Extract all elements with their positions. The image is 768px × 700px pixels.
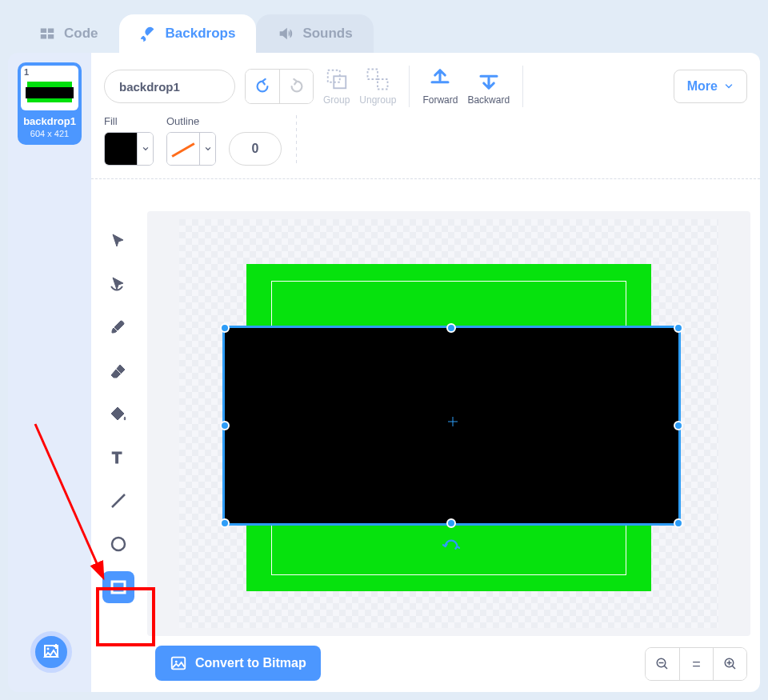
selection-handle-nw[interactable] [220, 323, 230, 333]
separator [296, 115, 297, 166]
brush-icon [140, 25, 158, 42]
tool-column: T [101, 226, 136, 603]
line-tool[interactable] [102, 485, 134, 517]
redo-button[interactable] [279, 70, 313, 103]
group-icon [325, 67, 349, 91]
outline-label: Outline [166, 115, 216, 127]
undo-redo-group [245, 69, 314, 104]
separator [409, 66, 410, 107]
forward-icon [428, 67, 452, 91]
thumbnail-number: 1 [24, 67, 29, 77]
selection-handle-sw[interactable] [220, 518, 230, 528]
outline-dropdown[interactable] [199, 133, 215, 165]
editor-toolbar-row1: Group Ungroup Forward Backward More [91, 53, 760, 107]
thumbnail-name: backdrop1 [21, 115, 78, 127]
outline-swatch [167, 133, 199, 165]
backward-label: Backward [467, 94, 510, 106]
tab-backdrops-label: Backdrops [166, 26, 236, 42]
thumbnail-dimensions: 604 x 421 [21, 129, 78, 138]
fill-tool[interactable] [102, 398, 134, 430]
fill-label: Fill [104, 115, 154, 127]
svg-rect-3 [368, 70, 378, 80]
convert-to-bitmap-button[interactable]: Convert to Bitmap [155, 646, 321, 681]
svg-rect-4 [378, 79, 388, 90]
undo-button[interactable] [246, 70, 279, 103]
image-icon [170, 654, 187, 672]
select-tool[interactable] [102, 226, 134, 258]
rectangle-tool[interactable] [102, 571, 134, 603]
forward-button[interactable]: Forward [422, 67, 458, 106]
eraser-tool[interactable] [102, 355, 134, 387]
svg-text:T: T [112, 449, 122, 466]
zoom-out-icon [655, 657, 670, 671]
brush-tool[interactable] [102, 312, 134, 344]
editor-toolbar-row2: Fill Outline 0 [91, 107, 760, 179]
costume-name-input[interactable] [104, 70, 235, 103]
more-button[interactable]: More [674, 70, 747, 103]
paint-canvas[interactable] [179, 219, 718, 628]
backward-button[interactable]: Backward [467, 67, 510, 106]
selection-handle-n[interactable] [446, 323, 456, 333]
selection-handle-ne[interactable] [674, 323, 683, 333]
group-button[interactable]: Group [323, 67, 350, 106]
center-crosshair-icon [446, 415, 459, 428]
text-tool[interactable]: T [102, 442, 134, 474]
rotation-handle[interactable] [442, 538, 460, 558]
convert-label: Convert to Bitmap [195, 656, 306, 670]
group-label: Group [323, 94, 350, 106]
chevron-down-icon [724, 82, 734, 91]
selection-handle-s[interactable] [446, 518, 456, 528]
tab-sounds[interactable]: Sounds [256, 14, 373, 53]
tab-backdrops[interactable]: Backdrops [119, 14, 257, 53]
sounds-icon [277, 25, 294, 42]
zoom-out-button[interactable] [646, 648, 679, 680]
tab-sounds-label: Sounds [302, 26, 352, 42]
code-icon [38, 25, 56, 42]
ungroup-icon [366, 67, 390, 91]
selection-handle-e[interactable] [674, 421, 683, 430]
backward-icon [477, 67, 501, 91]
fill-dropdown[interactable] [137, 133, 153, 165]
ungroup-label: Ungroup [359, 94, 396, 106]
more-label: More [687, 79, 718, 94]
thumbnail-preview [24, 77, 75, 107]
circle-tool[interactable] [102, 528, 134, 560]
svg-rect-7 [112, 582, 125, 593]
selection-handle-w[interactable] [220, 421, 230, 430]
svg-point-6 [112, 538, 125, 550]
tab-code-label: Code [64, 26, 98, 42]
costume-sidebar: 1 backdrop1 604 x 421 [8, 53, 91, 692]
reshape-tool[interactable] [102, 269, 134, 301]
ungroup-button[interactable]: Ungroup [359, 67, 396, 106]
paint-canvas-wrap [147, 211, 750, 636]
zoom-reset-button[interactable]: = [679, 648, 713, 680]
selection-handle-se[interactable] [674, 518, 683, 528]
zoom-in-icon [723, 657, 738, 671]
chevron-down-icon [142, 145, 150, 153]
zoom-controls: = [645, 647, 747, 681]
zoom-in-button[interactable] [713, 648, 746, 680]
outline-width-input[interactable]: 0 [229, 132, 282, 166]
tab-code[interactable]: Code [18, 14, 119, 53]
fill-picker[interactable] [104, 132, 154, 166]
costume-thumbnail[interactable]: 1 backdrop1 604 x 421 [18, 62, 82, 145]
image-plus-icon [42, 642, 61, 662]
svg-point-9 [175, 661, 178, 663]
separator [522, 66, 523, 107]
fill-swatch [105, 133, 137, 165]
forward-label: Forward [422, 94, 458, 106]
paint-editor: Group Ungroup Forward Backward More [91, 53, 760, 692]
outline-picker[interactable] [166, 132, 216, 166]
svg-point-0 [47, 648, 50, 650]
tab-bar: Code Backdrops Sounds [0, 0, 768, 53]
chevron-down-icon [204, 145, 212, 153]
add-backdrop-button[interactable] [30, 631, 72, 673]
